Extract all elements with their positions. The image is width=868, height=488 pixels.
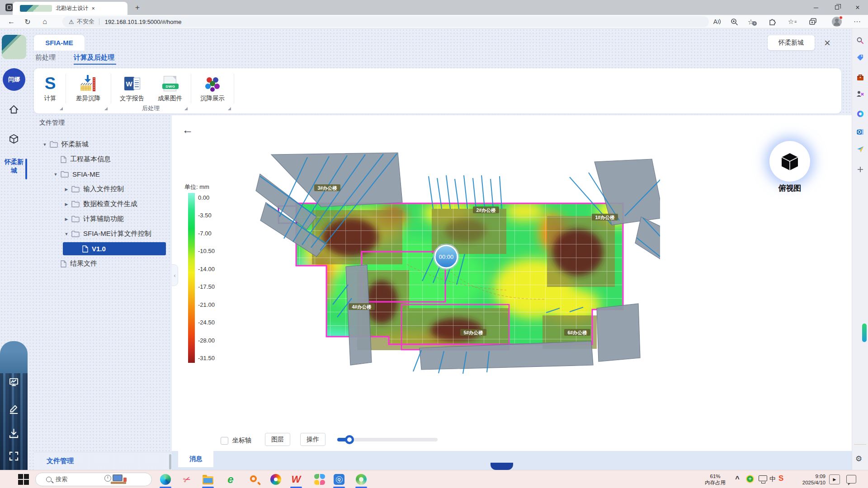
tree-item[interactable]: 结果文件 [34, 256, 172, 271]
module-tab-sfia-me[interactable]: SFIA-ME [34, 35, 85, 51]
tab-close-icon[interactable]: × [92, 5, 124, 12]
more-menu-icon[interactable]: ··· [851, 16, 863, 28]
hidden-icons-chevron[interactable]: ^ [733, 475, 741, 483]
taskbar-magnifier-icon[interactable] [248, 474, 260, 485]
zoom-icon[interactable] [728, 16, 741, 28]
add-sidebar-item-icon[interactable] [856, 165, 864, 174]
back-button[interactable]: ← [5, 16, 17, 28]
taskbar-pinwheel-icon[interactable] [270, 474, 282, 485]
taskbar-search-box[interactable]: 搜索 [35, 473, 152, 486]
home-button[interactable]: ⌂ [39, 16, 51, 28]
tree-item[interactable]: ▼SFIA-ME [34, 167, 172, 182]
fullscreen-icon[interactable] [9, 451, 19, 461]
copilot-icon[interactable] [856, 110, 864, 118]
tree-item[interactable]: ▶计算辅助功能 [34, 211, 172, 226]
sidebar-search-icon[interactable] [856, 37, 864, 45]
time-badge[interactable]: 00:00 [434, 244, 459, 269]
taskbar-wps-icon[interactable]: W [290, 474, 302, 485]
ribbon-button-settlement-display[interactable]: 沉降展示 [191, 68, 234, 113]
taskbar-knot-icon[interactable] [355, 474, 367, 485]
tray-network-icon[interactable] [759, 475, 767, 481]
tree-arrow-icon[interactable]: ▶ [63, 217, 70, 221]
url-bar[interactable]: ⚠ 不安全 192.168.101.19:5000/#/home [62, 16, 709, 27]
taskbar-translate-icon[interactable]: Q [333, 474, 345, 485]
tree-item[interactable]: 工程基本信息 [34, 152, 172, 167]
app-close-icon[interactable]: × [821, 36, 834, 50]
profile-avatar[interactable] [832, 17, 842, 27]
contacts-icon[interactable] [856, 90, 864, 98]
refresh-button[interactable]: ↻ [22, 16, 33, 28]
tree-arrow-icon[interactable]: ▶ [63, 202, 70, 206]
dropdown-corner-icon[interactable] [104, 107, 108, 110]
read-aloud-icon[interactable]: A [711, 16, 723, 28]
favorites-icon[interactable]: ☆≡ [786, 16, 798, 28]
tree-arrow-icon[interactable]: ▼ [41, 142, 48, 147]
file-panel-footer[interactable]: 文件管理 [34, 452, 172, 470]
message-tab[interactable]: 消息 [178, 451, 213, 467]
dropdown-corner-icon[interactable] [60, 107, 63, 110]
search-highlight-image[interactable] [104, 474, 149, 485]
tree-arrow-icon[interactable]: ▼ [52, 172, 59, 177]
dropdown-corner-icon[interactable] [184, 107, 188, 110]
taskbar-file-explorer-icon[interactable] [202, 474, 214, 485]
favorite-add-icon[interactable]: ☆+ [746, 16, 759, 28]
tray-clock[interactable]: 9:092025/4/10 [792, 473, 826, 486]
taskbar-ie-icon[interactable]: e [225, 474, 236, 485]
workspaces-icon[interactable] [5, 4, 13, 11]
app-logo[interactable] [2, 35, 26, 59]
home-icon[interactable] [9, 104, 19, 115]
viewer-canvas[interactable]: ← 单位: mm 0.00-3.50-7.00-10.50-14.00-17.5… [172, 115, 852, 451]
toolbox-icon[interactable] [856, 74, 864, 82]
minimize-button[interactable]: ─ [806, 0, 826, 15]
sidebar-settings-icon[interactable]: ⚙ [855, 454, 862, 464]
ribbon-button-differential-settlement[interactable]: 差异沉降 [66, 68, 110, 113]
axis-checkbox[interactable] [221, 437, 228, 445]
sidebar-scrollbar[interactable] [862, 324, 867, 342]
model-cube-icon[interactable] [9, 134, 19, 144]
tree-arrow-icon[interactable]: ▼ [63, 232, 70, 236]
outlook-icon[interactable] [856, 128, 864, 136]
browser-tab[interactable]: 北勘岩土设计计算软件 × [13, 2, 127, 15]
tab-preprocess[interactable]: 前处理 [35, 53, 56, 62]
tray-play-button[interactable]: ▶ [829, 474, 840, 484]
download-icon[interactable] [9, 428, 19, 439]
tray-antivirus-icon[interactable]: + [746, 475, 754, 483]
drop-share-icon[interactable] [856, 145, 864, 153]
tray-sogou-icon[interactable]: S [778, 474, 783, 483]
monitor-chart-icon[interactable] [9, 377, 19, 388]
layers-button[interactable]: 图层 [265, 433, 290, 446]
tree-item[interactable]: V1.0 [34, 241, 172, 256]
new-tab-button[interactable]: + [133, 3, 142, 12]
user-avatar[interactable]: 闫娜 [3, 68, 25, 91]
start-button[interactable] [18, 474, 29, 485]
dropdown-corner-icon[interactable] [228, 107, 231, 110]
extensions-icon[interactable] [766, 16, 778, 28]
tray-ime-indicator[interactable]: 中 [769, 475, 776, 483]
top-view-widget[interactable] [769, 141, 810, 182]
window-close-button[interactable]: × [847, 0, 868, 15]
timeline-slider[interactable] [337, 438, 438, 441]
pen-icon[interactable] [9, 404, 19, 414]
settlement-heatmap[interactable]: 3#办公楼2#办公楼1#办公楼4#办公楼5#办公楼6#办公楼 00:00 [253, 149, 660, 375]
panel-collapse-handle[interactable]: ‹ [172, 264, 178, 286]
viewer-back-button[interactable]: ← [180, 123, 195, 136]
memory-usage[interactable]: 61%内存占用 [700, 473, 731, 486]
project-rail-label[interactable]: 怀柔新城 [4, 158, 24, 175]
taskbar-colorgrid-icon[interactable] [314, 474, 326, 485]
tab-calc-postprocess[interactable]: 计算及后处理 [74, 53, 114, 62]
ribbon-button-calculate[interactable]: S 计算 [35, 68, 66, 113]
drawer-handle[interactable] [491, 463, 513, 470]
tree-item[interactable]: ▶数据检查文件生成 [34, 197, 172, 211]
tree-item[interactable]: ▶输入文件控制 [34, 182, 172, 197]
file-panel-scrollbar[interactable] [169, 454, 171, 469]
taskbar-snipping-icon[interactable]: ✂ [181, 474, 193, 485]
taskbar-edge-icon[interactable] [160, 474, 171, 485]
project-button[interactable]: 怀柔新城 [768, 35, 815, 50]
collections-icon[interactable] [807, 16, 819, 28]
slider-knob[interactable] [345, 435, 354, 444]
operate-button[interactable]: 操作 [300, 433, 326, 446]
shopping-tag-icon[interactable] [856, 54, 864, 62]
tree-item[interactable]: ▼怀柔新城 [34, 137, 172, 152]
notification-center-icon[interactable] [846, 475, 856, 483]
tree-arrow-icon[interactable]: ▶ [63, 187, 70, 192]
